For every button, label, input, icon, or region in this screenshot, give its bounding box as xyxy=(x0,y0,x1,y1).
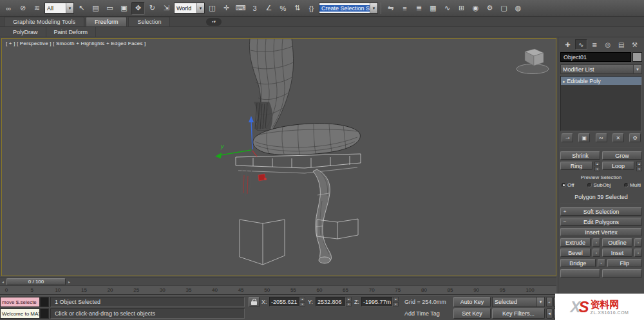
pin-stack-icon[interactable]: ⊸ xyxy=(562,133,573,142)
viewcube[interactable] xyxy=(516,49,549,74)
select-and-rotate-icon[interactable]: ↻ xyxy=(146,2,159,15)
percent-snap-icon[interactable]: % xyxy=(276,2,290,15)
snaps-toggle-icon[interactable]: 3 xyxy=(248,2,261,15)
bevel-settings-button[interactable] xyxy=(592,249,600,257)
modifier-stack[interactable]: Editable Poly xyxy=(560,76,642,131)
maxscript-listener[interactable]: Welcome to MAX! xyxy=(0,308,40,319)
named-selection-sets-icon[interactable]: {} xyxy=(305,2,318,15)
named-selection-set-dropdown[interactable]: Create Selection Se xyxy=(319,3,378,14)
ring-button[interactable]: Ring xyxy=(560,162,592,170)
maxscript-macro-recorder[interactable]: move $.selecte xyxy=(0,297,40,307)
time-slider-handle[interactable]: 0 / 100 xyxy=(6,278,66,285)
z-spinner[interactable] xyxy=(393,297,399,306)
ribbon-tab[interactable]: Selection xyxy=(128,17,170,26)
select-and-link-icon[interactable]: ∞ xyxy=(2,2,15,15)
radio-option[interactable]: Multi xyxy=(624,182,641,188)
viewport-canvas[interactable]: y xyxy=(2,39,556,276)
use-pivot-point-center-icon[interactable]: ◫ xyxy=(205,2,219,15)
bridge-settings-button[interactable] xyxy=(598,259,605,267)
window-crossing-icon[interactable]: ▣ xyxy=(117,2,131,15)
flip-button[interactable]: Flip xyxy=(607,259,643,267)
y-coordinate-field[interactable]: 2532.806 xyxy=(316,297,352,306)
previous-frame-icon[interactable]: ◄ xyxy=(546,308,553,319)
wireframe-helper-boxes[interactable] xyxy=(240,219,358,265)
ribbon-panel-title[interactable]: Paint Deform xyxy=(46,27,97,37)
next-frame-arrow-icon[interactable] xyxy=(66,278,72,285)
create-tab-icon[interactable]: ✚ xyxy=(562,39,574,50)
make-unique-icon[interactable]: ∾ xyxy=(596,133,607,142)
graphite-ribbon-toggle-icon[interactable]: ▦ xyxy=(426,2,440,15)
bevel-button[interactable]: Bevel xyxy=(560,249,591,257)
x-coordinate-field[interactable]: -2055.621 xyxy=(269,297,305,306)
inset-settings-button[interactable] xyxy=(634,249,642,257)
ribbon-tab[interactable]: Graphite Modeling Tools xyxy=(4,17,84,26)
select-and-scale-icon[interactable]: ⇲ xyxy=(160,2,173,15)
outline-settings-button[interactable] xyxy=(634,238,642,247)
loop-button[interactable]: Loop xyxy=(602,162,634,170)
ribbon-minimize-button[interactable]: ▪▾ xyxy=(206,18,222,26)
unlink-selection-icon[interactable]: ⊘ xyxy=(16,2,30,15)
perspective-viewport[interactable]: [ + ] [ Perspective ] [ Smooth + Highlig… xyxy=(1,38,556,276)
extrude-settings-button[interactable] xyxy=(592,238,600,247)
rendered-frame-window-icon[interactable]: ▢ xyxy=(497,2,511,15)
key-mode-dropdown[interactable]: Selected xyxy=(492,297,545,307)
soft-selection-rollout[interactable]: + Soft Selection xyxy=(560,207,642,216)
render-setup-icon[interactable]: ⚙ xyxy=(483,2,497,15)
insert-vertex-button[interactable]: Insert Vertex xyxy=(560,228,642,236)
angle-snap-icon[interactable]: ∠ xyxy=(262,2,276,15)
clipped-button[interactable] xyxy=(602,269,642,278)
select-and-move-icon[interactable]: ✥ xyxy=(131,2,145,15)
ribbon-panel-title[interactable]: PolyDraw xyxy=(5,27,46,37)
select-object-icon[interactable]: ↖ xyxy=(75,2,88,15)
clipped-button[interactable] xyxy=(560,269,600,278)
time-slider-track[interactable]: 0 / 100 xyxy=(0,277,556,285)
bridge-button[interactable]: Bridge xyxy=(560,259,596,267)
show-end-result-icon[interactable]: ▣ xyxy=(578,133,590,142)
align-icon[interactable]: ≡ xyxy=(398,2,412,15)
mirror-icon[interactable]: ⇋ xyxy=(384,2,397,15)
utilities-tab-icon[interactable]: ⚒ xyxy=(629,39,641,50)
selection-lock-icon[interactable] xyxy=(249,297,260,307)
motion-tab-icon[interactable]: ◎ xyxy=(601,39,614,50)
auto-key-button[interactable]: Auto Key xyxy=(453,297,491,307)
radio-option[interactable]: Off xyxy=(562,182,574,188)
viewport-label[interactable]: [ + ] [ Perspective ] [ Smooth + Highlig… xyxy=(6,41,146,46)
spinner-snap-icon[interactable]: ⇅ xyxy=(290,2,304,15)
layer-manager-icon[interactable]: ≣ xyxy=(412,2,426,15)
curve-editor-icon[interactable]: ∿ xyxy=(440,2,454,15)
configure-modifier-sets-icon[interactable]: ⚙ xyxy=(629,133,641,142)
key-filters-button[interactable]: Key Filters... xyxy=(492,308,545,319)
keyboard-shortcut-override-icon[interactable]: ⌨ xyxy=(234,2,247,15)
selection-filter-dropdown[interactable]: All xyxy=(44,3,74,14)
shrink-button[interactable]: Shrink xyxy=(560,151,600,160)
add-time-tag[interactable]: Add Time Tag xyxy=(404,308,440,319)
display-tab-icon[interactable]: ▤ xyxy=(615,39,627,50)
inset-button[interactable]: Inset xyxy=(602,249,632,257)
chair-model[interactable] xyxy=(236,39,361,265)
reference-coordinate-dropdown[interactable]: World xyxy=(174,3,205,14)
select-by-name-icon[interactable]: ▤ xyxy=(89,2,102,15)
stack-item[interactable]: Editable Poly xyxy=(561,77,641,85)
schematic-view-icon[interactable]: ⊞ xyxy=(455,2,468,15)
radio-option[interactable]: SubObj xyxy=(587,182,611,188)
modify-tab-icon[interactable]: ∿ xyxy=(575,39,587,50)
modifier-list-dropdown[interactable]: Modifier List xyxy=(560,64,642,74)
bind-to-space-warp-icon[interactable]: ≋ xyxy=(30,2,44,15)
render-production-icon[interactable]: ◍ xyxy=(511,2,525,15)
outline-button[interactable]: Outline xyxy=(602,238,632,247)
edit-polygons-rollout[interactable]: − Edit Polygons xyxy=(560,218,642,226)
select-and-manipulate-icon[interactable]: ✛ xyxy=(220,2,233,15)
grow-button[interactable]: Grow xyxy=(602,151,642,160)
x-spinner[interactable] xyxy=(299,297,305,306)
track-bar-ruler[interactable]: 0510152025303540455055606570758085909510… xyxy=(0,285,556,295)
hierarchy-tab-icon[interactable]: ≣ xyxy=(589,39,601,50)
previous-frame-arrow-icon[interactable] xyxy=(0,278,6,285)
set-key-button[interactable]: Set Key xyxy=(453,308,491,319)
z-coordinate-field[interactable]: -1995.77m xyxy=(361,297,399,306)
rectangular-selection-region-icon[interactable]: ▭ xyxy=(103,2,117,15)
remove-modifier-icon[interactable]: ✕ xyxy=(612,133,624,142)
object-name-field[interactable]: Object01 xyxy=(560,52,631,62)
y-spinner[interactable] xyxy=(346,297,352,306)
extrude-button[interactable]: Extrude xyxy=(560,238,591,247)
loop-spinner[interactable] xyxy=(636,162,642,171)
